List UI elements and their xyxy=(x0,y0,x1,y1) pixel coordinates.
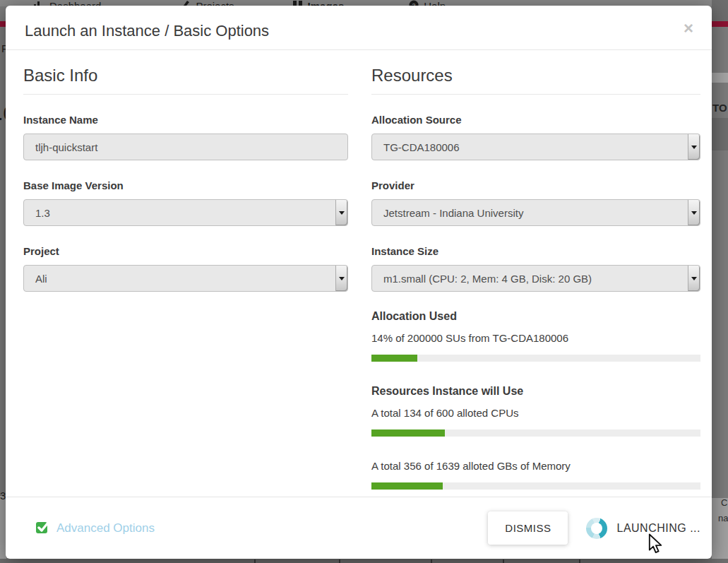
allocation-used-text: 14% of 200000 SUs from TG-CDA180006 xyxy=(371,332,700,344)
base-image-version-value: 1.3 xyxy=(35,207,50,219)
basic-info-column: Basic Info Instance Name tljh-quickstart… xyxy=(23,50,348,490)
resources-column: Resources Allocation Source TG-CDA180006… xyxy=(371,50,700,490)
resources-will-use-heading: Resources Instance will Use xyxy=(371,385,700,398)
backdrop-tick xyxy=(431,559,432,563)
backdrop-band xyxy=(712,0,728,21)
provider-select[interactable]: Jetstream - Indiana University xyxy=(371,199,700,226)
backdrop-tick xyxy=(579,559,580,563)
launch-instance-modal: Launch an Instance / Basic Options × Bas… xyxy=(6,6,712,559)
cpu-progress-fill xyxy=(371,429,445,437)
cpu-usage-text: A total 134 of 600 alloted CPUs xyxy=(371,407,700,419)
dropdown-caret-icon xyxy=(688,266,700,291)
allocation-source-label: Allocation Source xyxy=(371,114,700,126)
instance-name-input[interactable]: tljh-quickstart xyxy=(23,134,348,160)
backdrop-tick xyxy=(339,559,340,563)
close-icon[interactable]: × xyxy=(684,20,693,37)
check-square-icon xyxy=(35,519,50,537)
instance-size-label: Instance Size xyxy=(371,245,700,257)
memory-progress-fill xyxy=(371,482,443,490)
modal-footer: Advanced Options DISMISS LAUNCHING ... xyxy=(6,497,712,559)
modal-body: Basic Info Instance Name tljh-quickstart… xyxy=(6,50,712,490)
dropdown-caret-icon xyxy=(688,134,700,160)
dropdown-caret-icon xyxy=(335,266,347,291)
backdrop-band xyxy=(712,73,728,83)
modal-title: Launch an Instance / Basic Options xyxy=(25,21,700,41)
loading-spinner-icon xyxy=(586,518,607,539)
allocation-source-value: TG-CDA180006 xyxy=(383,141,460,153)
backdrop-text-fragment: C xyxy=(721,497,727,508)
provider-label: Provider xyxy=(371,179,700,191)
dropdown-caret-icon xyxy=(335,200,347,225)
project-select[interactable]: Ali xyxy=(23,265,348,292)
base-image-version-select[interactable]: 1.3 xyxy=(23,199,348,226)
allocation-progress-fill xyxy=(371,355,417,362)
backdrop-bottom-strip xyxy=(0,559,728,563)
modal-header: Launch an Instance / Basic Options × xyxy=(6,6,712,50)
advanced-options-link[interactable]: Advanced Options xyxy=(35,519,155,537)
launching-button[interactable]: LAUNCHING ... xyxy=(586,518,700,539)
launching-label: LAUNCHING ... xyxy=(616,522,700,535)
instance-size-select[interactable]: m1.small (CPU: 2, Mem: 4 GB, Disk: 20 GB… xyxy=(371,265,700,292)
dropdown-caret-icon xyxy=(688,200,700,225)
basic-info-heading: Basic Info xyxy=(23,66,348,95)
backdrop-crimson-bar-right xyxy=(712,21,728,27)
base-image-version-label: Base Image Version xyxy=(23,179,348,191)
allocation-source-select[interactable]: TG-CDA180006 xyxy=(371,134,700,160)
instance-size-value: m1.small (CPU: 2, Mem: 4 GB, Disk: 20 GB… xyxy=(383,273,592,285)
backdrop-text-fragment: na xyxy=(718,513,728,523)
instance-name-label: Instance Name xyxy=(23,114,348,126)
advanced-options-label: Advanced Options xyxy=(56,521,155,535)
backdrop-band xyxy=(712,118,728,150)
cpu-progress-bar xyxy=(371,429,700,437)
memory-progress-bar xyxy=(371,482,700,490)
backdrop-tick xyxy=(254,559,256,563)
resources-heading: Resources xyxy=(371,66,700,95)
memory-usage-text: A total 356 of 1639 alloted GBs of Memor… xyxy=(371,460,700,472)
backdrop-text-fragment: TO xyxy=(712,102,727,114)
project-label: Project xyxy=(23,245,348,257)
mouse-cursor-icon xyxy=(648,533,665,559)
backdrop-tick xyxy=(503,559,504,563)
project-value: Ali xyxy=(35,273,47,285)
allocation-used-heading: Allocation Used xyxy=(371,310,700,323)
provider-value: Jetstream - Indiana University xyxy=(383,207,523,219)
instance-name-value: tljh-quickstart xyxy=(35,141,97,153)
allocation-progress-bar xyxy=(371,355,700,362)
dismiss-button[interactable]: DISMISS xyxy=(488,511,568,545)
